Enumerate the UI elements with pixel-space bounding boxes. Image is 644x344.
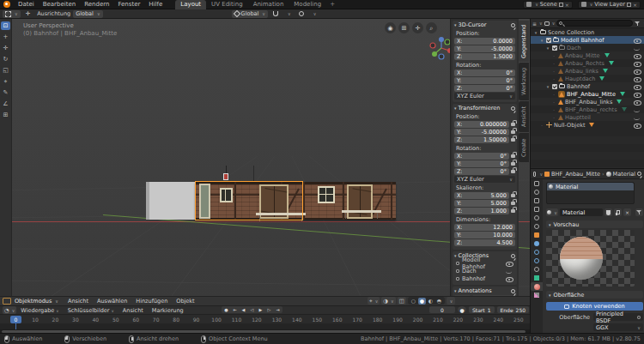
value-field-y[interactable]: 0° bbox=[462, 77, 515, 84]
lock-icon[interactable] bbox=[511, 202, 515, 205]
lock-icon[interactable] bbox=[511, 130, 515, 134]
collection-row[interactable]: Modell Bahnhof bbox=[454, 259, 515, 267]
close-icon[interactable]: × bbox=[633, 2, 637, 8]
properties-tab-output[interactable] bbox=[531, 196, 543, 205]
view-layer-selector[interactable]: ∨ View Layer × bbox=[578, 1, 641, 9]
outliner-item-modell-bahnhof[interactable]: ▾Modell Bahnhof bbox=[531, 36, 644, 44]
end-frame-field[interactable]: Ende 250 bbox=[497, 306, 530, 313]
start-frame-field[interactable]: Start 1 bbox=[469, 306, 495, 313]
record-button[interactable]: ● bbox=[222, 306, 230, 313]
viewport-menu-objekt[interactable]: Objekt bbox=[172, 298, 198, 305]
visibility-eye-icon[interactable] bbox=[634, 99, 641, 106]
outliner-empty-area[interactable] bbox=[531, 129, 644, 168]
properties-tab-texture[interactable] bbox=[531, 291, 543, 299]
sidebar-tab-create[interactable]: Create bbox=[519, 133, 529, 162]
value-field-y[interactable]: 5.000 bbox=[462, 200, 509, 207]
visibility-eye-icon[interactable] bbox=[634, 75, 641, 82]
value-field-z[interactable]: 1.50000 bbox=[462, 136, 509, 143]
visibility-eye-icon[interactable] bbox=[634, 114, 641, 121]
properties-tab-constraints[interactable] bbox=[531, 265, 543, 274]
workspace-tab-uv-editing[interactable]: UV Editing bbox=[206, 0, 248, 9]
3d-viewport[interactable]: ⊡+✛↻◱⌖✎∠⊞ User Perspective (0) Bahnhof |… bbox=[0, 19, 530, 296]
material-slot-selected[interactable]: Material bbox=[547, 183, 634, 190]
outliner-item-bhf-anbau-links[interactable]: ·BHF_Anbau_links bbox=[531, 98, 644, 106]
perspective-toggle-icon[interactable]: ⊞ bbox=[398, 22, 410, 33]
lock-icon[interactable] bbox=[511, 154, 515, 158]
pan-view-icon[interactable]: ✛ bbox=[412, 22, 423, 33]
prev-keyframe-button[interactable]: ◀ bbox=[240, 306, 247, 313]
transform-panel-header[interactable]: ▾ Transformieren bbox=[454, 105, 515, 112]
preview-panel-header[interactable]: ▾ Vorschau bbox=[546, 220, 643, 228]
workspace-tab-modeling[interactable]: Modeling bbox=[289, 0, 326, 9]
pin-icon[interactable] bbox=[511, 106, 515, 111]
jump-end-button[interactable]: ⇥ bbox=[274, 306, 282, 313]
value-field-x[interactable]: 0° bbox=[462, 69, 515, 76]
sidebar-tab-werkzeug[interactable]: Werkzeug bbox=[519, 63, 529, 100]
material-name-field[interactable]: Material bbox=[560, 208, 603, 216]
pin-icon[interactable] bbox=[637, 172, 641, 176]
visibility-eye-icon[interactable] bbox=[634, 91, 641, 98]
shading-dropdown[interactable]: ∨ bbox=[447, 297, 455, 305]
visibility-eye-icon[interactable] bbox=[634, 106, 641, 113]
outliner-item-anbau-rechts[interactable]: ·Anbau_Rechts bbox=[531, 59, 644, 67]
untextured-box-object[interactable] bbox=[146, 182, 195, 220]
lock-icon[interactable] bbox=[511, 209, 515, 213]
close-icon[interactable]: × bbox=[565, 2, 569, 8]
viewport-menu-hinzuf-gen[interactable]: Hinzufügen bbox=[131, 298, 172, 305]
editor-type-icon[interactable] bbox=[533, 172, 536, 177]
properties-tab-object-data[interactable] bbox=[531, 274, 543, 282]
visibility-eye-icon[interactable] bbox=[634, 122, 641, 129]
outliner-item-bahnhof[interactable]: ▾Bahnhof bbox=[531, 82, 644, 90]
menu-hilfe[interactable]: Hilfe bbox=[144, 1, 167, 8]
properties-tab-object[interactable] bbox=[531, 231, 543, 239]
annotations-panel-header[interactable]: ▾ Annotations bbox=[454, 287, 515, 294]
collection-checkbox[interactable] bbox=[546, 38, 551, 43]
disclosure-icon[interactable]: ▾ bbox=[545, 45, 550, 51]
shading-material-button[interactable]: ◐ bbox=[427, 298, 434, 305]
shader-dropdown[interactable]: Principled BSDF bbox=[593, 313, 643, 321]
tool-box-select-button[interactable]: ⊡ bbox=[1, 21, 10, 30]
viewport-menu-ausw-hlen[interactable]: Auswählen bbox=[93, 298, 131, 305]
next-keyframe-button[interactable]: ▷ bbox=[265, 306, 273, 313]
gizmo-dropdown[interactable]: ⌖∨ bbox=[368, 297, 380, 305]
rotation-mode-dropdown[interactable]: XYZ Euler ∨ bbox=[454, 176, 515, 183]
menu-datei[interactable]: Datei bbox=[14, 1, 39, 8]
value-field-y[interactable]: 0° bbox=[462, 160, 509, 167]
editor-type-icon[interactable] bbox=[3, 298, 11, 305]
lock-icon[interactable] bbox=[511, 123, 515, 126]
scene-selector[interactable]: ∨ Scene × bbox=[523, 1, 573, 9]
outliner-item-null-objekt[interactable]: ·Null-Objekt bbox=[531, 121, 644, 129]
visibility-eye-icon[interactable] bbox=[634, 45, 641, 51]
value-field-x[interactable]: 0° bbox=[462, 153, 509, 160]
outliner-item-anbau-mitte[interactable]: ·Anbau_Mitte bbox=[531, 51, 644, 59]
visibility-eye-icon[interactable] bbox=[634, 83, 641, 90]
properties-tab-modifiers[interactable] bbox=[531, 239, 543, 248]
properties-tab-particles[interactable] bbox=[531, 248, 543, 256]
move-gizmo-icon[interactable]: ✛ bbox=[23, 10, 33, 18]
unlink-material-button[interactable]: × bbox=[623, 208, 631, 216]
value-field-y[interactable]: -5.00000 bbox=[462, 129, 509, 136]
disclosure-icon[interactable]: ▾ bbox=[533, 30, 538, 35]
material-specials-dropdown[interactable] bbox=[635, 208, 643, 216]
current-frame-field[interactable]: 0 bbox=[429, 306, 455, 313]
overlays-dropdown[interactable]: ◑∨ bbox=[381, 297, 395, 305]
new-scene-icon[interactable] bbox=[559, 3, 563, 7]
visibility-eye-icon[interactable] bbox=[634, 68, 641, 75]
tool-annotate-button[interactable]: ✎ bbox=[1, 88, 10, 97]
menu-bearbeiten[interactable]: Bearbeiten bbox=[39, 1, 80, 8]
lock-icon[interactable] bbox=[511, 162, 515, 166]
new-material-button[interactable] bbox=[614, 208, 622, 216]
properties-tab-physics[interactable] bbox=[531, 256, 543, 265]
timeline-menu-wiedergabe[interactable]: Wiedergabe bbox=[16, 307, 63, 314]
outliner-item-scene-collection[interactable]: ▾Scene Collection bbox=[531, 28, 644, 36]
play-button[interactable]: ▶ bbox=[257, 306, 264, 313]
value-field-x[interactable]: 0.0000 bbox=[462, 38, 515, 45]
proportional-edit-toggle[interactable] bbox=[296, 10, 307, 18]
timeline-menu-ansicht[interactable]: Ansicht bbox=[118, 307, 148, 314]
visibility-eye-icon[interactable] bbox=[634, 37, 641, 44]
material-slot-list[interactable]: Material bbox=[546, 182, 635, 204]
jump-start-button[interactable]: ⇤ bbox=[231, 306, 239, 313]
xray-toggle[interactable]: ◫ bbox=[398, 297, 406, 305]
outliner-item-bhf-anbau-mitte[interactable]: ·BHF_Anbau_Mitte bbox=[531, 90, 644, 98]
play-reverse-button[interactable]: ◁ bbox=[248, 306, 256, 313]
